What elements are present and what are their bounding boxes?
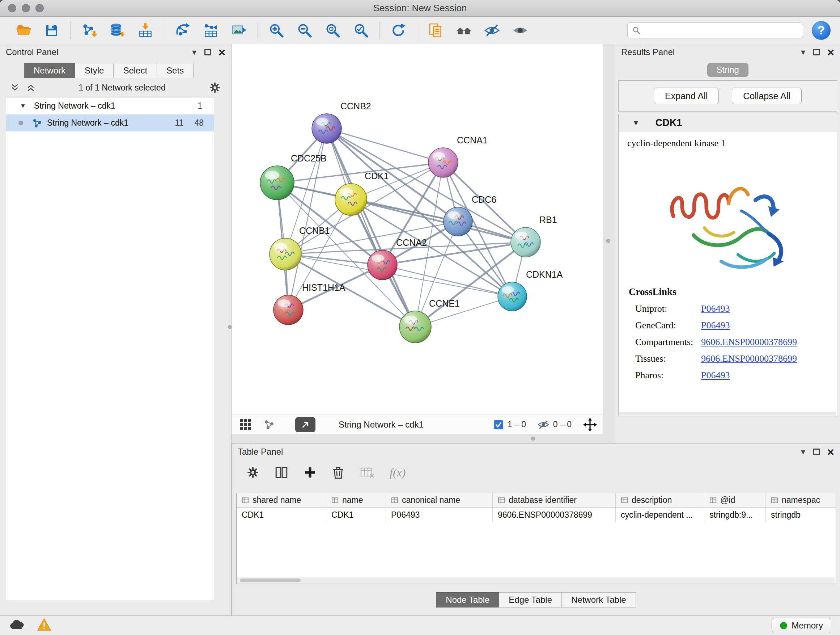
column-header[interactable]: @id — [704, 493, 766, 508]
gear-icon[interactable] — [209, 81, 221, 94]
entry-collapse-icon[interactable]: ▼ — [632, 119, 639, 127]
crosslink-link[interactable]: P06493 — [701, 320, 729, 331]
network-node-CDKN1A[interactable]: CDKN1A — [498, 269, 563, 311]
network-edge[interactable] — [327, 128, 415, 327]
expand-all-button[interactable]: Expand All — [654, 88, 719, 104]
collapse-all-button[interactable]: Collapse All — [732, 88, 802, 104]
add-column-button[interactable] — [303, 466, 317, 479]
show-all-button[interactable] — [506, 19, 534, 41]
splitter-grip[interactable] — [606, 239, 610, 243]
birds-eye-view-button[interactable] — [264, 419, 275, 431]
results-scrollbar[interactable] — [619, 412, 836, 416]
checkbox-icon[interactable] — [493, 419, 504, 430]
network-graph[interactable]: CCNB2CCNA1CDC25BCDK1CDC6RB1CCNB1CCNA2CDK… — [232, 44, 603, 415]
tab-network-table[interactable]: Network Table — [562, 592, 636, 608]
tab-network[interactable]: Network — [24, 63, 75, 78]
grid-view-button[interactable] — [240, 418, 252, 431]
paste-button[interactable] — [422, 19, 450, 41]
network-row-selected[interactable]: String Network – cdk1 11 48 — [6, 114, 214, 131]
new-network-button[interactable] — [169, 19, 197, 41]
refresh-layout-button[interactable] — [384, 19, 412, 41]
search-box[interactable] — [627, 22, 803, 38]
network-node-HIST1H1A[interactable]: HIST1H1A — [273, 282, 346, 325]
zoom-fit-button[interactable] — [319, 19, 347, 41]
open-session-button[interactable] — [9, 19, 38, 41]
zoom-out-button[interactable] — [291, 19, 319, 41]
table-cell[interactable]: cyclin-dependent ... — [616, 508, 704, 522]
panel-collapse-icon[interactable]: ▾ — [801, 48, 805, 57]
cloud-status-button[interactable] — [9, 619, 25, 632]
crosslink-row: Compartments:9606.ENSP00000378699 — [619, 334, 837, 350]
panel-close-icon[interactable]: × — [827, 46, 834, 58]
column-header[interactable]: namespac — [766, 493, 836, 508]
gene-entry-header[interactable]: ▼ CDK1 — [619, 114, 837, 132]
delete-column-button[interactable] — [332, 466, 345, 479]
panel-close-icon[interactable]: × — [827, 446, 834, 458]
network-edge[interactable] — [327, 128, 443, 163]
zoom-in-button[interactable] — [262, 19, 291, 41]
expand-all-icon[interactable] — [26, 83, 35, 92]
tab-edge-table[interactable]: Edge Table — [499, 592, 562, 608]
column-header[interactable]: canonical name — [386, 493, 493, 508]
panel-collapse-icon[interactable]: ▾ — [801, 448, 805, 456]
panel-float-icon[interactable] — [813, 49, 820, 55]
zoom-selected-button[interactable] — [347, 19, 375, 41]
table-row[interactable]: CDK1CDK1P064939606.ENSP00000378699cyclin… — [237, 508, 836, 522]
crosslink-link[interactable]: P06493 — [701, 303, 729, 314]
tab-style[interactable]: Style — [75, 63, 114, 78]
table-cell[interactable]: 9606.ENSP00000378699 — [493, 508, 616, 522]
tab-sets[interactable]: Sets — [157, 63, 194, 78]
table-cell[interactable]: CDK1 — [237, 508, 326, 522]
panel-float-icon[interactable] — [813, 448, 820, 455]
network-collection-row[interactable]: ▼ String Network – cdk1 1 — [6, 97, 214, 114]
splitter-grip[interactable] — [531, 437, 535, 440]
fit-content-button[interactable] — [583, 418, 597, 432]
crosslink-link[interactable]: 9606.ENSP00000378699 — [701, 353, 797, 364]
home-button[interactable] — [450, 19, 478, 41]
collapse-all-icon[interactable] — [10, 83, 19, 92]
network-node-CDC6[interactable]: CDC6 — [444, 195, 496, 236]
table-settings-button[interactable] — [246, 466, 259, 479]
table-cell[interactable]: P06493 — [386, 508, 493, 522]
panel-close-icon[interactable]: × — [218, 46, 225, 58]
network-node-CCNA1[interactable]: CCNA1 — [428, 135, 488, 177]
network-edge[interactable] — [351, 200, 526, 242]
show-columns-button[interactable] — [275, 466, 288, 479]
detach-view-button[interactable] — [295, 417, 316, 432]
new-table-from-network-button[interactable] — [197, 19, 225, 41]
scrollbar-thumb[interactable] — [240, 578, 301, 582]
save-session-button[interactable] — [38, 19, 66, 41]
tab-select[interactable]: Select — [114, 63, 157, 78]
network-label: String Network – cdk1 — [47, 118, 128, 128]
tab-node-table[interactable]: Node Table — [436, 592, 499, 608]
column-header[interactable]: database identifier — [493, 493, 616, 508]
column-header[interactable]: description — [616, 493, 704, 508]
table-cell[interactable]: CDK1 — [326, 508, 386, 522]
network-canvas[interactable]: CCNB2CCNA1CDC25BCDK1CDC6RB1CCNB1CCNA2CDK… — [232, 44, 603, 415]
eye-slash-small-icon[interactable] — [537, 418, 549, 431]
table-cell[interactable]: stringdb:9... — [704, 508, 766, 522]
panel-float-icon[interactable] — [204, 49, 211, 55]
crosslink-link[interactable]: 9606.ENSP00000378699 — [701, 337, 797, 348]
crosslink-link[interactable]: P06493 — [701, 370, 729, 381]
splitter-grip[interactable] — [228, 325, 232, 329]
column-icon — [332, 497, 339, 504]
export-image-button[interactable] — [225, 19, 253, 41]
table-horizontal-scrollbar[interactable] — [237, 578, 835, 583]
network-node-CCNE1[interactable]: CCNE1 — [399, 298, 460, 343]
column-header[interactable]: name — [326, 493, 386, 508]
import-network-from-database-button[interactable] — [103, 19, 131, 41]
table-cell[interactable]: stringdb — [766, 508, 836, 522]
tab-string[interactable]: String — [707, 63, 748, 77]
import-table-from-file-button[interactable] — [131, 19, 159, 41]
help-button[interactable]: ? — [812, 21, 831, 40]
network-node-RB1[interactable]: RB1 — [511, 215, 557, 257]
memory-button[interactable]: Memory — [772, 618, 831, 633]
warnings-button[interactable] — [37, 618, 51, 633]
column-header[interactable]: shared name — [237, 493, 326, 508]
tree-collapse-icon[interactable]: ▼ — [20, 103, 26, 110]
hide-selected-button[interactable] — [478, 19, 506, 41]
import-network-from-file-button[interactable] — [75, 19, 103, 41]
search-input[interactable] — [641, 25, 798, 35]
panel-collapse-icon[interactable]: ▾ — [192, 48, 196, 57]
